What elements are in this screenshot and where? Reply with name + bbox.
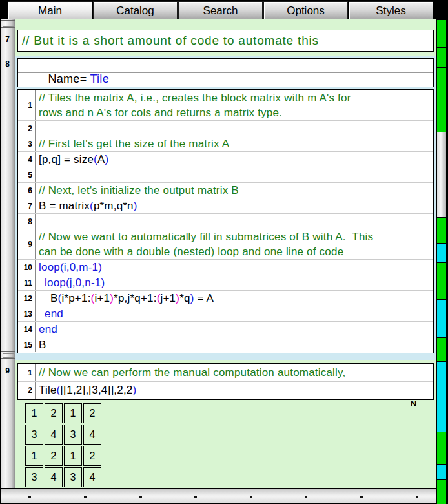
- code-row-5[interactable]: 5: [18, 167, 433, 182]
- line-content: end: [36, 322, 433, 337]
- marker-segment-cyan[interactable]: [437, 362, 446, 432]
- code-row-11[interactable]: 11loop(j,0,n-1): [18, 275, 433, 290]
- marker-segment-green[interactable]: [437, 295, 446, 299]
- matrix-cell: 4: [83, 425, 101, 445]
- marker-segment-green[interactable]: [437, 68, 446, 87]
- matrix-cell: 1: [64, 403, 82, 423]
- tab-main[interactable]: Main: [8, 1, 92, 19]
- name-label: Name=: [48, 72, 87, 85]
- cell8-code-box[interactable]: 1// Tiles the matrix A, i.e., creates th…: [17, 89, 434, 353]
- scrollbar-thumb[interactable]: [437, 132, 446, 217]
- matrix-cell: 1: [64, 446, 82, 466]
- line-number: 15: [18, 337, 36, 352]
- code-row-1[interactable]: 1// Tiles the matrix A, i.e., creates th…: [18, 90, 433, 120]
- code-row-3[interactable]: 3// First let's get the size of the matr…: [18, 136, 433, 151]
- function-name-row[interactable]: Name= Tile: [18, 59, 433, 72]
- matrix-row: 3434: [25, 425, 101, 445]
- output-matrix: 1212343412123434: [24, 402, 103, 488]
- line-number: 1: [18, 364, 36, 381]
- ruler-tick: [194, 496, 197, 498]
- code-row-15[interactable]: 15B: [18, 337, 433, 352]
- line-content: B: [36, 337, 433, 352]
- line-content: [36, 121, 433, 136]
- matrix-cell: 3: [25, 425, 43, 445]
- cell7-comment-box[interactable]: // But it is a short amount of code to a…: [17, 30, 434, 52]
- line-content: [p,q] = size(A): [36, 152, 433, 167]
- line-content: // Now we want to automatically fill in …: [36, 229, 433, 259]
- line-content: // First let's get the size of the matri…: [36, 136, 433, 151]
- code-row-2[interactable]: 2: [18, 120, 433, 136]
- code-row-10[interactable]: 10loop(i,0,m-1): [18, 259, 433, 275]
- marker-segment-green[interactable]: [437, 218, 446, 238]
- ruler-tick: [305, 496, 307, 498]
- line-number: 12: [18, 291, 36, 306]
- line-content: [36, 214, 433, 229]
- matrix-cell: 2: [83, 446, 101, 466]
- cell-number-9: 9: [1, 366, 14, 375]
- code-row-12[interactable]: 12B(i*p+1:(i+1)*p,j*q+1:(j+1)*q) = A: [18, 290, 433, 306]
- matrix-cell: 3: [25, 467, 43, 487]
- marker-segment-green[interactable]: [437, 357, 446, 361]
- matrix-cell: 2: [45, 446, 63, 466]
- code-row-13[interactable]: 13end: [18, 306, 433, 321]
- document-canvas: 7 8 9 // But it is a short amount of cod…: [1, 19, 436, 489]
- cell-number-gutter: 7 8 9: [1, 19, 15, 489]
- ruler-tick: [416, 496, 418, 498]
- matrix-cell: 4: [45, 425, 63, 445]
- tab-search[interactable]: Search: [178, 1, 263, 19]
- marker-segment-cyan[interactable]: [437, 244, 446, 262]
- line-number: 7: [18, 198, 36, 213]
- marker-segment-green[interactable]: [437, 432, 446, 457]
- marker-segment-cyan[interactable]: [437, 300, 446, 337]
- line-number: 1: [18, 90, 36, 120]
- line-number: 9: [18, 229, 36, 259]
- marker-segment-green[interactable]: [437, 457, 446, 464]
- splitter-handle-top[interactable]: [1, 20, 15, 28]
- marker-segment-green[interactable]: [437, 20, 446, 28]
- marker-segment-green[interactable]: [437, 238, 446, 243]
- tab-bar: MainCatalogSearchOptionsStyles: [1, 1, 447, 19]
- code-row-9[interactable]: 9// Now we want to automatically fill in…: [18, 229, 433, 259]
- document-map-scrollbar[interactable]: [436, 19, 447, 503]
- ruler-tick: [84, 496, 87, 498]
- marker-segment-green[interactable]: [437, 87, 446, 132]
- line-number: 13: [18, 306, 36, 321]
- ruler-tick: [139, 496, 142, 498]
- ruler-tick: [360, 496, 363, 498]
- line-content: // Now we can perform the manual computa…: [36, 364, 433, 381]
- app-window: MainCatalogSearchOptionsStyles 7 8 9 // …: [0, 0, 448, 504]
- line-number: 3: [18, 136, 36, 151]
- line-number: 6: [18, 183, 36, 198]
- cell8-header-box[interactable]: Name= Tile Parameters=Matrix A, Integer …: [17, 58, 434, 87]
- matrix-cell: 3: [64, 425, 82, 445]
- code-row-8[interactable]: 8: [18, 213, 433, 229]
- matrix-row: 3434: [25, 467, 101, 487]
- code-row-6[interactable]: 6// Next, let's initialize the output ma…: [18, 182, 433, 198]
- cell9-row-2[interactable]: 2Tile([[1,2],[3,4]],2,2): [18, 381, 433, 399]
- cell9-row-1[interactable]: 1// Now we can perform the manual comput…: [18, 364, 433, 381]
- marker-segment-cyan[interactable]: [437, 465, 446, 479]
- output-label: N: [411, 399, 416, 408]
- matrix-cell: 2: [83, 403, 101, 423]
- code-row-7[interactable]: 7B = matrix(p*m,q*n): [18, 198, 433, 213]
- marker-segment-green[interactable]: [437, 480, 446, 504]
- line-content: loop(i,0,m-1): [36, 260, 433, 275]
- matrix-cell: 1: [25, 446, 43, 466]
- cell7-comment-text: // But it is a short amount of code to a…: [22, 34, 319, 48]
- splitter-handle-mid[interactable]: [1, 351, 15, 359]
- line-number: 4: [18, 152, 36, 167]
- marker-segment-green[interactable]: [437, 28, 446, 47]
- code-row-4[interactable]: 4[p,q] = size(A): [18, 151, 433, 167]
- tab-styles[interactable]: Styles: [349, 1, 433, 19]
- line-content: end: [36, 306, 433, 321]
- matrix-row: 1212: [25, 403, 101, 423]
- tab-catalog[interactable]: Catalog: [93, 1, 178, 19]
- marker-segment-green[interactable]: [437, 48, 446, 67]
- cell9-box[interactable]: 1// Now we can perform the manual comput…: [17, 363, 434, 400]
- marker-segment-green[interactable]: [437, 338, 446, 357]
- marker-segment-green[interactable]: [437, 263, 446, 295]
- code-row-14[interactable]: 14end: [18, 321, 433, 337]
- tab-options[interactable]: Options: [263, 1, 348, 19]
- line-content: loop(j,0,n-1): [36, 275, 433, 290]
- line-content: B(i*p+1:(i+1)*p,j*q+1:(j+1)*q) = A: [36, 291, 433, 306]
